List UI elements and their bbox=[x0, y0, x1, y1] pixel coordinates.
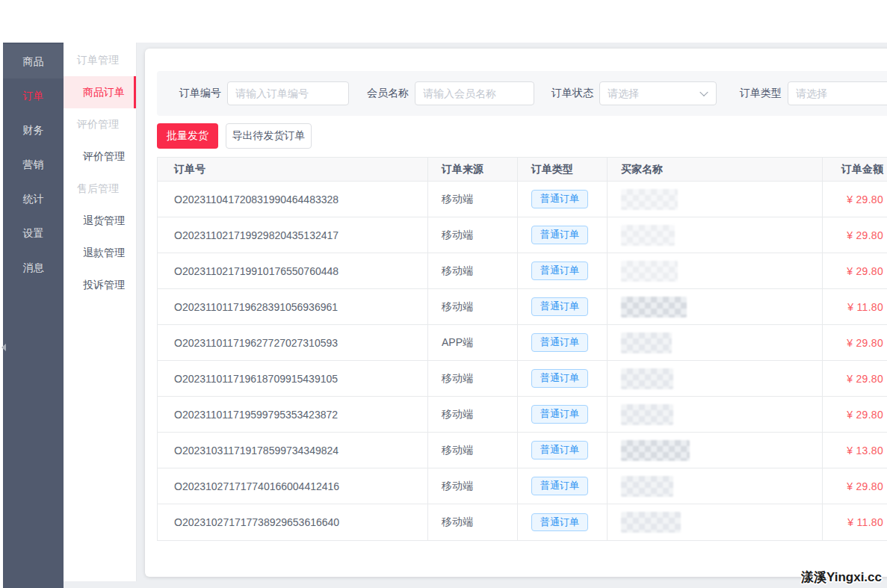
order-type-cell: 普通订单 bbox=[518, 182, 608, 217]
order-source-cell: 移动端 bbox=[428, 361, 518, 396]
orders-table-body: O202311041720831990464483328移动端普通订单¥ 29.… bbox=[158, 182, 887, 540]
buyer-name-masked bbox=[621, 476, 673, 497]
buyer-name-masked bbox=[621, 512, 681, 533]
order-no-filter-group: 订单编号 bbox=[179, 71, 349, 116]
filter-bar: 订单编号会员名称订单状态订单类型 bbox=[157, 71, 887, 116]
table-row: O202310271717738929653616640移动端普通订单¥ 11.… bbox=[158, 504, 887, 540]
buyer-name-masked bbox=[621, 404, 673, 425]
buyer-name-cell bbox=[608, 182, 823, 217]
order-source-cell: 移动端 bbox=[428, 217, 518, 253]
submenu-item-4[interactable]: 评价管理 bbox=[64, 140, 136, 173]
order-amount-value: ¥ 13.80 bbox=[847, 445, 883, 457]
table-row: O202311011719618709915439105移动端普通订单¥ 29.… bbox=[158, 361, 887, 397]
order-status-filter[interactable] bbox=[599, 81, 717, 105]
order-type-filter[interactable] bbox=[788, 81, 887, 105]
order-type-cell: 普通订单 bbox=[518, 397, 608, 432]
table-row: O202310271717740166004412416移动端普通订单¥ 29.… bbox=[158, 468, 887, 504]
order-amount-value: ¥ 29.80 bbox=[847, 409, 883, 421]
order-type-badge: 普通订单 bbox=[531, 441, 588, 459]
order-no-cell: O202311011719628391056936961 bbox=[158, 289, 428, 324]
orders-table: 订单号订单来源订单类型买家名称订单金额 O2023110417208319904… bbox=[157, 157, 887, 541]
order-amount-cell: ¥ 29.80 bbox=[823, 397, 887, 432]
order-type-badge: 普通订单 bbox=[531, 477, 588, 495]
column-header-4: 买家名称 bbox=[608, 158, 823, 181]
column-header-3: 订单类型 bbox=[518, 158, 608, 181]
order-type-badge: 普通订单 bbox=[531, 261, 588, 280]
buyer-name-masked bbox=[621, 440, 690, 461]
order-source-cell: APP端 bbox=[428, 325, 518, 360]
buyer-name-cell bbox=[608, 468, 823, 504]
submenu-item-2[interactable]: 商品订单 bbox=[64, 76, 136, 108]
order-amount-cell: ¥ 11.80 bbox=[823, 504, 887, 540]
order-amount-value: ¥ 29.80 bbox=[847, 480, 883, 492]
order-type-badge: 普通订单 bbox=[531, 369, 588, 388]
sidebar-item-3[interactable]: 财务 bbox=[3, 113, 64, 147]
buyer-name-cell bbox=[608, 504, 823, 540]
sidebar-item-7[interactable]: 消息 bbox=[3, 250, 64, 285]
submenu-item-8[interactable]: 投诉管理 bbox=[64, 269, 136, 301]
order-amount-cell: ¥ 29.80 bbox=[823, 253, 887, 288]
export-pending-orders-button[interactable]: 导出待发货订单 bbox=[226, 123, 312, 149]
order-no-cell: O202310271717738929653616640 bbox=[158, 504, 428, 540]
order-no-cell: O202310311719178599734349824 bbox=[158, 433, 428, 468]
buyer-name-masked bbox=[621, 297, 687, 318]
collapse-arrow-icon bbox=[1, 344, 6, 351]
secondary-sidebar: 订单管理商品订单评价管理评价管理售后管理退货管理退款管理投诉管理 bbox=[64, 43, 137, 581]
sidebar-item-5[interactable]: 统计 bbox=[3, 182, 64, 216]
content-card: 订单编号会员名称订单状态订单类型 批量发货 导出待发货订单 订单号订单来源订单类… bbox=[145, 49, 887, 577]
submenu-item-7[interactable]: 退款管理 bbox=[64, 237, 136, 269]
order-no-cell: O202311011719618709915439105 bbox=[158, 361, 428, 396]
buyer-name-masked bbox=[621, 261, 678, 282]
batch-ship-button[interactable]: 批量发货 bbox=[157, 123, 218, 149]
member-name-filter-label: 会员名称 bbox=[367, 87, 409, 100]
order-type-badge: 普通订单 bbox=[531, 226, 588, 244]
order-type-cell: 普通订单 bbox=[518, 253, 608, 288]
table-row: O202311021719910176550760448移动端普通订单¥ 29.… bbox=[158, 253, 887, 289]
order-type-cell: 普通订单 bbox=[518, 468, 608, 504]
table-row: O202310311719178599734349824移动端普通订单¥ 13.… bbox=[158, 433, 887, 468]
order-source-cell: 移动端 bbox=[428, 504, 518, 540]
table-row: O202311011719599795353423872移动端普通订单¥ 29.… bbox=[158, 397, 887, 433]
order-no-filter-field bbox=[227, 81, 349, 105]
order-type-cell: 普通订单 bbox=[518, 325, 608, 360]
order-type-badge: 普通订单 bbox=[531, 513, 588, 532]
sidebar-item-6[interactable]: 设置 bbox=[3, 216, 64, 250]
watermark-text: 漾溪Yingxi.cc bbox=[801, 569, 882, 586]
order-amount-cell: ¥ 11.80 bbox=[823, 289, 887, 324]
submenu-group-title-5: 售后管理 bbox=[64, 173, 136, 205]
buyer-name-cell bbox=[608, 397, 823, 432]
order-type-badge: 普通订单 bbox=[531, 190, 588, 208]
order-amount-value: ¥ 29.80 bbox=[847, 337, 883, 349]
toolbar: 批量发货 导出待发货订单 bbox=[157, 123, 312, 149]
app-root: 漾溪 商家版 YingXi 商品订单财务营销统计设置消息 订单管理商品订单评价管… bbox=[0, 0, 887, 588]
sidebar-item-4[interactable]: 营销 bbox=[3, 147, 64, 182]
member-name-filter[interactable] bbox=[415, 81, 534, 105]
sidebar-item-1[interactable]: 商品 bbox=[3, 44, 64, 78]
buyer-name-masked bbox=[621, 332, 672, 353]
submenu-group-title-3: 评价管理 bbox=[64, 108, 136, 140]
order-type-cell: 普通订单 bbox=[518, 504, 608, 540]
order-no-cell: O202310271717740166004412416 bbox=[158, 468, 428, 504]
sidebar-collapse-handle[interactable] bbox=[0, 341, 7, 354]
order-type-badge: 普通订单 bbox=[531, 297, 588, 316]
order-type-cell: 普通订单 bbox=[518, 217, 608, 253]
order-source-cell: 移动端 bbox=[428, 397, 518, 432]
order-amount-value: ¥ 29.80 bbox=[847, 194, 883, 205]
primary-sidebar: 商品订单财务营销统计设置消息 bbox=[3, 43, 64, 588]
order-type-badge: 普通订单 bbox=[531, 405, 588, 424]
buyer-name-cell bbox=[608, 289, 823, 324]
order-amount-cell: ¥ 29.80 bbox=[823, 361, 887, 396]
table-row: O202311011719628391056936961移动端普通订单¥ 11.… bbox=[158, 289, 887, 325]
buyer-name-masked bbox=[621, 368, 673, 389]
table-row: O202311041720831990464483328移动端普通订单¥ 29.… bbox=[158, 182, 887, 217]
order-amount-cell: ¥ 29.80 bbox=[823, 468, 887, 504]
top-band bbox=[0, 0, 887, 43]
sidebar-item-2[interactable]: 订单 bbox=[3, 78, 64, 113]
buyer-name-masked bbox=[621, 225, 675, 246]
buyer-name-cell bbox=[608, 253, 823, 288]
order-status-filter-field bbox=[599, 81, 717, 105]
table-row: O202311021719929820435132417移动端普通订单¥ 29.… bbox=[158, 217, 887, 253]
order-type-filter-field bbox=[788, 81, 887, 105]
submenu-item-6[interactable]: 退货管理 bbox=[64, 205, 136, 237]
order-no-filter[interactable] bbox=[227, 81, 349, 105]
